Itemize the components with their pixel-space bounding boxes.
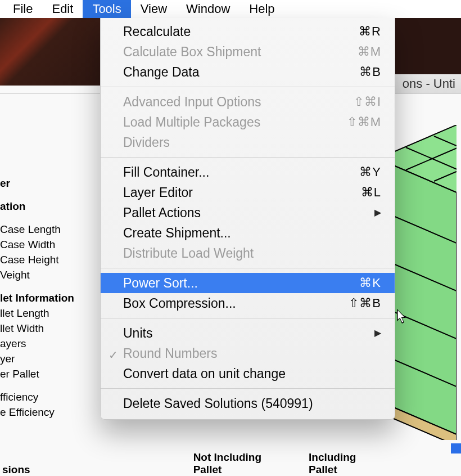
shortcut: ⌘R bbox=[359, 23, 381, 40]
label-case-width: Case Width bbox=[0, 237, 104, 252]
shortcut: ⇧⌘M bbox=[347, 114, 381, 131]
workspace: ons - Unti er ation Case Length Case Wid… bbox=[0, 18, 461, 476]
menu-tools[interactable]: Tools bbox=[83, 0, 130, 18]
shortcut: ⌘B bbox=[359, 64, 381, 80]
menu-item-label: Create Shipment... bbox=[123, 224, 381, 241]
menu-separator bbox=[101, 87, 395, 87]
menu-item-label: Layer Editor bbox=[123, 184, 361, 201]
menu-item-units[interactable]: Units ▶ bbox=[101, 323, 395, 343]
menu-item-label: Advanced Input Options bbox=[123, 93, 354, 110]
menu-item-pallet-actions[interactable]: Pallet Actions ▶ bbox=[101, 203, 395, 223]
menu-item-create-shipment[interactable]: Create Shipment... bbox=[101, 223, 395, 243]
menu-item-power-sort[interactable]: Power Sort... ⌘K bbox=[101, 273, 395, 293]
menu-item-box-compression[interactable]: Box Compression... ⇧⌘B bbox=[101, 293, 395, 313]
label-layers: ayers bbox=[0, 336, 104, 351]
menu-item-label: Delete Saved Solutions (540991) bbox=[123, 395, 381, 412]
menu-item-label: Change Data bbox=[123, 64, 359, 80]
label-efficiency-2: e Efficiency bbox=[0, 405, 104, 420]
shortcut: ⌘Y bbox=[359, 164, 381, 181]
label-efficiency-1: fficiency bbox=[0, 389, 104, 405]
menu-separator bbox=[101, 388, 395, 389]
shortcut: ⇧⌘B bbox=[349, 295, 381, 312]
menu-help[interactable]: Help bbox=[239, 0, 284, 18]
menu-item-label: Distribute Load Weight bbox=[123, 245, 381, 262]
menu-item-load-multi-packages: Load Multiple Packages ⇧⌘M bbox=[101, 112, 395, 132]
checkmark-icon: ✓ bbox=[109, 347, 118, 363]
menu-item-label: Round Numbers bbox=[123, 345, 381, 362]
shortcut: ⌘K bbox=[359, 275, 381, 291]
menubar: File Edit Tools View Window Help bbox=[0, 0, 461, 18]
menu-separator bbox=[101, 157, 395, 158]
menu-item-change-data[interactable]: Change Data ⌘B bbox=[101, 62, 395, 82]
label-pallet-info: let Information bbox=[0, 290, 104, 306]
shortcut: ⌘L bbox=[361, 184, 381, 201]
col-header-dimensions: sions bbox=[2, 464, 30, 476]
label-pallet-length: llet Length bbox=[0, 306, 104, 321]
menu-item-delete-saved-solutions[interactable]: Delete Saved Solutions (540991) bbox=[101, 393, 395, 414]
menu-item-label: Calculate Box Shipment bbox=[123, 43, 358, 60]
menu-item-label: Units bbox=[123, 325, 369, 342]
menu-item-label: Load Multiple Packages bbox=[123, 114, 347, 131]
label-case-height: Case Height bbox=[0, 252, 104, 267]
label-header-2: ation bbox=[0, 199, 104, 214]
menu-edit[interactable]: Edit bbox=[42, 0, 83, 18]
col-header-including-pallet: Including Pallet bbox=[309, 451, 382, 476]
menu-item-label: Power Sort... bbox=[123, 275, 359, 291]
submenu-arrow-icon: ▶ bbox=[374, 325, 381, 342]
menu-item-label: Box Compression... bbox=[123, 295, 349, 312]
col-header-not-including-pallet: Not Including Pallet bbox=[193, 451, 286, 476]
shortcut: ⌘M bbox=[358, 43, 381, 60]
shortcut: ⇧⌘I bbox=[354, 93, 381, 110]
menu-window[interactable]: Window bbox=[177, 0, 239, 18]
menu-item-calc-box-shipment: Calculate Box Shipment ⌘M bbox=[101, 42, 395, 62]
menu-item-label: Dividers bbox=[123, 134, 381, 151]
blue-accent bbox=[451, 443, 461, 453]
menu-item-recalculate[interactable]: Recalculate ⌘R bbox=[101, 21, 395, 42]
label-header-1: er bbox=[0, 176, 104, 191]
menu-item-dividers: Dividers bbox=[101, 132, 395, 152]
menu-item-adv-input-options: Advanced Input Options ⇧⌘I bbox=[101, 92, 395, 112]
left-panel-labels: er ation Case Length Case Width Case Hei… bbox=[0, 176, 104, 420]
menu-item-convert-on-unit-change[interactable]: Convert data on unit change bbox=[101, 363, 395, 384]
menu-item-distribute-load-weight: Distribute Load Weight bbox=[101, 243, 395, 263]
menu-item-fill-container[interactable]: Fill Container... ⌘Y bbox=[101, 162, 395, 182]
menu-item-label: Fill Container... bbox=[123, 164, 359, 181]
menu-view[interactable]: View bbox=[131, 0, 177, 18]
label-weight: Veight bbox=[0, 267, 104, 282]
tools-menu-dropdown: Recalculate ⌘R Calculate Box Shipment ⌘M… bbox=[100, 18, 395, 420]
menu-item-label: Recalculate bbox=[123, 23, 359, 40]
menu-item-round-numbers: ✓ Round Numbers bbox=[101, 343, 395, 363]
label-per-pallet: er Pallet bbox=[0, 366, 104, 381]
label-layer: yer bbox=[0, 351, 104, 366]
menu-separator bbox=[101, 318, 395, 318]
menu-item-label: Convert data on unit change bbox=[123, 365, 381, 382]
bottom-headers: sions Not Including Pallet Including Pal… bbox=[0, 458, 461, 476]
menu-item-layer-editor[interactable]: Layer Editor ⌘L bbox=[101, 182, 395, 203]
menu-file[interactable]: File bbox=[3, 0, 42, 18]
label-pallet-width: llet Width bbox=[0, 321, 104, 336]
label-case-length: Case Length bbox=[0, 222, 104, 237]
menu-separator bbox=[101, 268, 395, 268]
submenu-arrow-icon: ▶ bbox=[374, 204, 381, 221]
menu-item-label: Pallet Actions bbox=[123, 204, 369, 221]
